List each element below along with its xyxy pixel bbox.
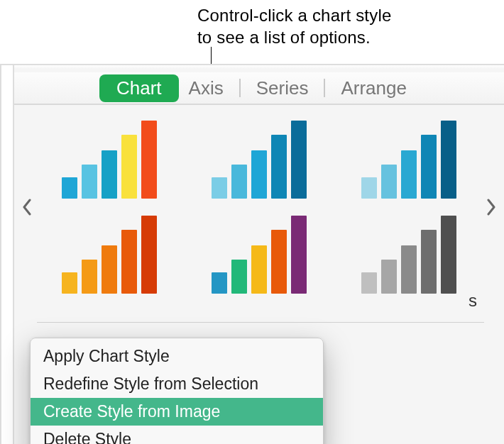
chart-styles-grid <box>40 115 478 299</box>
chart-options-label-fragment: s <box>469 291 477 311</box>
swatch-bar <box>62 272 77 294</box>
swatch-bar <box>441 121 456 199</box>
swatch-bar <box>82 165 97 199</box>
swatch-bar <box>102 245 117 294</box>
caption-line2: to see a list of options. <box>197 28 371 47</box>
chart-style-context-menu: Apply Chart Style Redefine Style from Se… <box>30 338 324 444</box>
section-separator <box>37 322 484 323</box>
swatch-bar <box>212 272 227 294</box>
swatch-bar <box>141 216 157 294</box>
swatch-bar <box>251 245 267 294</box>
styles-prev-arrow[interactable] <box>14 157 40 257</box>
swatch-bar <box>421 135 437 199</box>
tab-separator <box>324 79 325 97</box>
tab-axis[interactable]: Axis <box>179 74 234 102</box>
swatch-bar <box>251 150 267 199</box>
swatch-bar <box>231 260 247 294</box>
swatch-bar <box>82 260 97 294</box>
swatch-bar <box>361 272 377 294</box>
swatch-bar <box>271 230 287 294</box>
swatch-bar <box>401 245 417 294</box>
tab-arrange[interactable]: Arrange <box>331 74 417 102</box>
swatch-bar <box>291 216 307 294</box>
menu-delete-style[interactable]: Delete Style <box>31 426 323 444</box>
chart-style-swatch[interactable] <box>344 119 473 204</box>
help-caption: Control-click a chart style to see a lis… <box>197 4 391 48</box>
swatch-bar <box>212 177 227 199</box>
swatch-bar <box>401 150 417 199</box>
caption-line1: Control-click a chart style <box>197 6 391 25</box>
swatch-bar <box>381 165 397 199</box>
inspector-tabs: Chart Axis Series Arrange <box>14 72 504 105</box>
menu-create-style-from-image[interactable]: Create Style from Image <box>31 398 323 426</box>
chart-styles-area <box>14 115 504 299</box>
swatch-bar <box>271 135 287 199</box>
styles-next-arrow[interactable] <box>478 157 504 257</box>
chart-style-swatch[interactable] <box>344 214 473 299</box>
swatch-bar <box>121 135 137 199</box>
swatch-bar <box>421 230 437 294</box>
swatch-bar <box>441 216 456 294</box>
chevron-right-icon <box>486 199 496 216</box>
chart-style-swatch[interactable] <box>45 214 174 299</box>
swatch-bar <box>231 165 247 199</box>
swatch-bar <box>291 121 307 199</box>
inspector-panel: Chart Axis Series Arrange s Apply Chart … <box>0 64 504 444</box>
chevron-left-icon <box>22 199 32 216</box>
swatch-bar <box>62 177 77 199</box>
chart-style-swatch[interactable] <box>45 119 174 204</box>
menu-apply-chart-style[interactable]: Apply Chart Style <box>31 343 323 370</box>
left-edge <box>1 65 14 444</box>
swatch-bar <box>121 230 137 294</box>
swatch-bar <box>141 121 157 199</box>
tab-series[interactable]: Series <box>246 74 319 102</box>
chart-style-swatch[interactable] <box>195 119 324 204</box>
swatch-bar <box>381 260 397 294</box>
chart-style-swatch[interactable] <box>195 214 324 299</box>
swatch-bar <box>102 150 117 199</box>
tab-chart[interactable]: Chart <box>99 74 179 102</box>
swatch-bar <box>361 177 377 199</box>
menu-redefine-style[interactable]: Redefine Style from Selection <box>31 370 323 398</box>
tab-separator <box>239 79 241 97</box>
